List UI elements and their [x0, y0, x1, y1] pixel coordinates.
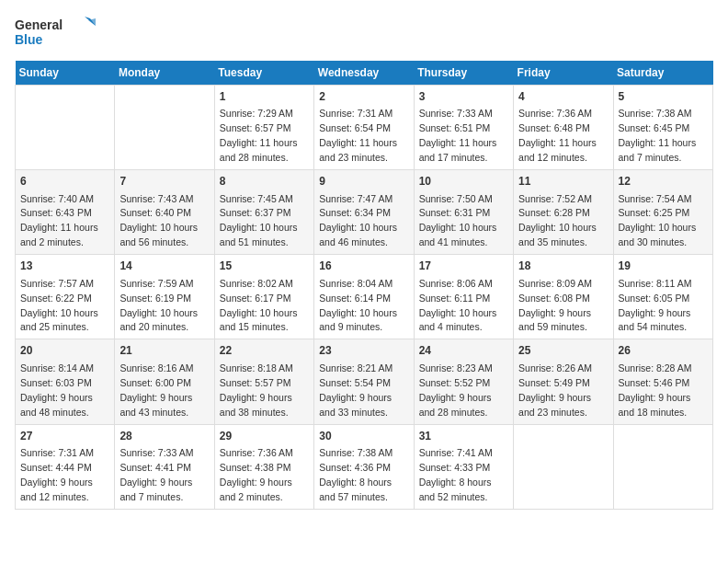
calendar-cell: 11Sunrise: 7:52 AM Sunset: 6:28 PM Dayli…	[514, 170, 613, 255]
calendar-cell: 16Sunrise: 8:04 AM Sunset: 6:14 PM Dayli…	[314, 255, 414, 339]
day-number: 27	[20, 429, 109, 444]
day-info: Sunrise: 8:09 AM Sunset: 6:08 PM Dayligh…	[518, 278, 592, 333]
day-info: Sunrise: 7:38 AM Sunset: 4:36 PM Dayligh…	[319, 447, 392, 502]
calendar-cell: 4Sunrise: 7:36 AM Sunset: 6:48 PM Daylig…	[514, 86, 613, 170]
calendar-cell: 19Sunrise: 8:11 AM Sunset: 6:05 PM Dayli…	[613, 255, 712, 339]
day-info: Sunrise: 7:50 AM Sunset: 6:31 PM Dayligh…	[419, 193, 497, 248]
calendar-week-1: 1Sunrise: 7:29 AM Sunset: 6:57 PM Daylig…	[16, 86, 713, 170]
day-number: 1	[220, 89, 309, 105]
day-number: 18	[518, 259, 608, 274]
day-info: Sunrise: 8:28 AM Sunset: 5:46 PM Dayligh…	[619, 362, 692, 418]
day-number: 11	[518, 174, 608, 190]
day-info: Sunrise: 7:43 AM Sunset: 6:40 PM Dayligh…	[119, 193, 198, 248]
day-number: 10	[419, 174, 508, 190]
weekday-friday: Friday	[514, 61, 613, 86]
weekday-header-row: SundayMondayTuesdayWednesdayThursdayFrid…	[16, 61, 713, 86]
calendar-cell: 31Sunrise: 7:41 AM Sunset: 4:33 PM Dayli…	[414, 424, 513, 509]
calendar-week-2: 6Sunrise: 7:40 AM Sunset: 6:43 PM Daylig…	[16, 170, 713, 255]
svg-text:General: General	[15, 17, 63, 32]
calendar-cell: 22Sunrise: 8:18 AM Sunset: 5:57 PM Dayli…	[214, 339, 313, 424]
day-info: Sunrise: 7:57 AM Sunset: 6:22 PM Dayligh…	[20, 278, 98, 333]
day-info: Sunrise: 8:26 AM Sunset: 5:49 PM Dayligh…	[518, 362, 592, 418]
calendar-cell: 2Sunrise: 7:31 AM Sunset: 6:54 PM Daylig…	[314, 86, 414, 170]
day-info: Sunrise: 7:52 AM Sunset: 6:28 PM Dayligh…	[518, 193, 597, 248]
day-info: Sunrise: 8:11 AM Sunset: 6:05 PM Dayligh…	[619, 278, 692, 333]
calendar-week-4: 20Sunrise: 8:14 AM Sunset: 6:03 PM Dayli…	[16, 339, 713, 424]
day-info: Sunrise: 7:33 AM Sunset: 4:41 PM Dayligh…	[119, 447, 193, 502]
day-number: 25	[518, 343, 608, 359]
day-number: 14	[119, 259, 209, 274]
page-header: General Blue	[15, 15, 713, 50]
day-number: 15	[220, 259, 309, 274]
day-info: Sunrise: 7:45 AM Sunset: 6:37 PM Dayligh…	[220, 193, 298, 248]
calendar-cell: 17Sunrise: 8:06 AM Sunset: 6:11 PM Dayli…	[414, 255, 513, 339]
day-number: 19	[619, 259, 708, 274]
day-info: Sunrise: 8:16 AM Sunset: 6:00 PM Dayligh…	[119, 362, 193, 418]
day-info: Sunrise: 7:41 AM Sunset: 4:33 PM Dayligh…	[419, 447, 493, 502]
calendar-cell	[514, 424, 613, 509]
calendar-cell: 13Sunrise: 7:57 AM Sunset: 6:22 PM Dayli…	[16, 255, 115, 339]
day-info: Sunrise: 7:59 AM Sunset: 6:19 PM Dayligh…	[119, 278, 198, 333]
logo: General Blue	[15, 15, 97, 50]
calendar-cell: 12Sunrise: 7:54 AM Sunset: 6:25 PM Dayli…	[613, 170, 712, 255]
calendar-cell: 25Sunrise: 8:26 AM Sunset: 5:49 PM Dayli…	[514, 339, 613, 424]
day-info: Sunrise: 7:47 AM Sunset: 6:34 PM Dayligh…	[319, 193, 397, 248]
day-number: 31	[419, 429, 508, 444]
calendar-cell: 9Sunrise: 7:47 AM Sunset: 6:34 PM Daylig…	[314, 170, 414, 255]
weekday-saturday: Saturday	[613, 61, 712, 86]
day-info: Sunrise: 8:23 AM Sunset: 5:52 PM Dayligh…	[419, 362, 493, 418]
calendar-cell: 10Sunrise: 7:50 AM Sunset: 6:31 PM Dayli…	[414, 170, 513, 255]
calendar-cell: 6Sunrise: 7:40 AM Sunset: 6:43 PM Daylig…	[16, 170, 115, 255]
calendar-cell: 20Sunrise: 8:14 AM Sunset: 6:03 PM Dayli…	[16, 339, 115, 424]
calendar-week-3: 13Sunrise: 7:57 AM Sunset: 6:22 PM Dayli…	[16, 255, 713, 339]
day-info: Sunrise: 7:40 AM Sunset: 6:43 PM Dayligh…	[20, 193, 98, 248]
day-number: 23	[319, 343, 408, 359]
day-info: Sunrise: 8:21 AM Sunset: 5:54 PM Dayligh…	[319, 362, 392, 418]
calendar-cell: 24Sunrise: 8:23 AM Sunset: 5:52 PM Dayli…	[414, 339, 513, 424]
calendar-cell: 7Sunrise: 7:43 AM Sunset: 6:40 PM Daylig…	[115, 170, 214, 255]
calendar-cell: 28Sunrise: 7:33 AM Sunset: 4:41 PM Dayli…	[115, 424, 214, 509]
day-number: 4	[518, 89, 608, 105]
logo-svg: General Blue	[15, 15, 97, 50]
day-info: Sunrise: 7:31 AM Sunset: 4:44 PM Dayligh…	[20, 447, 94, 502]
day-info: Sunrise: 8:14 AM Sunset: 6:03 PM Dayligh…	[20, 362, 94, 418]
day-info: Sunrise: 7:36 AM Sunset: 4:38 PM Dayligh…	[220, 447, 293, 502]
weekday-thursday: Thursday	[414, 61, 513, 86]
day-number: 3	[419, 89, 508, 105]
day-number: 12	[619, 174, 708, 190]
calendar-cell: 30Sunrise: 7:38 AM Sunset: 4:36 PM Dayli…	[314, 424, 414, 509]
calendar-cell: 8Sunrise: 7:45 AM Sunset: 6:37 PM Daylig…	[214, 170, 313, 255]
calendar-cell	[115, 86, 214, 170]
calendar-table: SundayMondayTuesdayWednesdayThursdayFrid…	[15, 61, 713, 510]
calendar-cell: 1Sunrise: 7:29 AM Sunset: 6:57 PM Daylig…	[214, 86, 313, 170]
weekday-sunday: Sunday	[16, 61, 115, 86]
calendar-cell: 3Sunrise: 7:33 AM Sunset: 6:51 PM Daylig…	[414, 86, 513, 170]
calendar-cell	[16, 86, 115, 170]
day-info: Sunrise: 8:06 AM Sunset: 6:11 PM Dayligh…	[419, 278, 497, 333]
day-number: 8	[220, 174, 309, 190]
weekday-wednesday: Wednesday	[314, 61, 414, 86]
weekday-monday: Monday	[115, 61, 214, 86]
day-number: 26	[619, 343, 708, 359]
day-number: 24	[419, 343, 508, 359]
day-number: 21	[119, 343, 209, 359]
calendar-cell: 29Sunrise: 7:36 AM Sunset: 4:38 PM Dayli…	[214, 424, 313, 509]
calendar-cell: 21Sunrise: 8:16 AM Sunset: 6:00 PM Dayli…	[115, 339, 214, 424]
day-info: Sunrise: 7:38 AM Sunset: 6:45 PM Dayligh…	[619, 108, 697, 163]
day-number: 17	[419, 259, 508, 274]
day-info: Sunrise: 7:33 AM Sunset: 6:51 PM Dayligh…	[419, 108, 497, 163]
calendar-cell: 14Sunrise: 7:59 AM Sunset: 6:19 PM Dayli…	[115, 255, 214, 339]
day-number: 20	[20, 343, 109, 359]
day-number: 29	[220, 429, 309, 444]
day-info: Sunrise: 7:29 AM Sunset: 6:57 PM Dayligh…	[220, 108, 298, 163]
calendar-cell: 5Sunrise: 7:38 AM Sunset: 6:45 PM Daylig…	[613, 86, 712, 170]
calendar-week-5: 27Sunrise: 7:31 AM Sunset: 4:44 PM Dayli…	[16, 424, 713, 509]
calendar-cell	[613, 424, 712, 509]
day-number: 22	[220, 343, 309, 359]
day-info: Sunrise: 8:04 AM Sunset: 6:14 PM Dayligh…	[319, 278, 397, 333]
calendar-cell: 26Sunrise: 8:28 AM Sunset: 5:46 PM Dayli…	[613, 339, 712, 424]
day-number: 5	[619, 89, 708, 105]
svg-text:Blue: Blue	[15, 32, 43, 47]
day-number: 6	[20, 174, 109, 190]
day-number: 16	[319, 259, 408, 274]
